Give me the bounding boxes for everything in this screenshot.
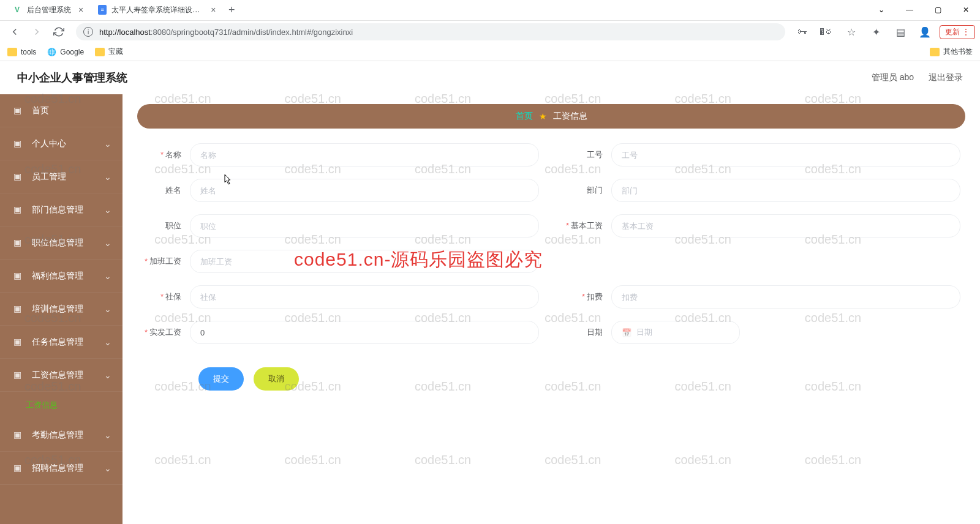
sidebar-item-user[interactable]: ▣个人中心⌄ xyxy=(0,127,123,160)
field-date: 日期📅日期 xyxy=(564,321,960,344)
field-dept: 部门 xyxy=(564,179,960,202)
position-input[interactable] xyxy=(190,214,539,238)
maximize-button[interactable]: ▢ xyxy=(924,0,952,20)
field-shebao: *社保 xyxy=(142,285,539,309)
dept-input[interactable] xyxy=(611,179,960,202)
field-label: *名称 xyxy=(142,149,190,160)
vue-icon: V xyxy=(12,5,22,15)
logout-button[interactable]: 退出登录 xyxy=(929,72,963,83)
sidebar-item-recruit[interactable]: ▣招聘信息管理⌄ xyxy=(0,452,123,485)
breadcrumb-current: 工资信息 xyxy=(553,111,587,122)
app-header: 中小企业人事管理系统 管理员 abo 退出登录 xyxy=(0,61,980,94)
attend-icon: ▣ xyxy=(13,430,24,441)
sidebar-item-label: 福利信息管理 xyxy=(32,271,83,282)
welfare-icon: ▣ xyxy=(13,271,24,282)
sidebar-item-label: 个人中心 xyxy=(32,138,66,149)
chevron-down-icon: ⌄ xyxy=(104,304,111,314)
sidebar-item-team[interactable]: ▣员工管理⌄ xyxy=(0,160,123,193)
user-icon: ▣ xyxy=(13,138,24,149)
bookmark-treasure[interactable]: 宝藏 xyxy=(95,47,123,57)
chevron-down-icon[interactable]: ⌄ xyxy=(867,0,895,20)
star-icon: ★ xyxy=(539,111,547,121)
update-button[interactable]: 更新⋮ xyxy=(940,25,975,39)
chevron-down-icon: ⌄ xyxy=(104,172,111,182)
url-prefix: http:// xyxy=(99,28,119,37)
overtime-input[interactable] xyxy=(190,250,539,273)
forward-button[interactable] xyxy=(27,22,47,42)
field-label: 工号 xyxy=(564,149,611,160)
sidebar-item-dept[interactable]: ▣部门信息管理⌄ xyxy=(0,193,123,226)
dept-icon: ▣ xyxy=(13,204,24,215)
base-input[interactable] xyxy=(611,214,960,238)
bookmark-tools[interactable]: tools xyxy=(7,48,36,56)
field-label: 职位 xyxy=(142,220,190,231)
field-label: *实发工资 xyxy=(142,327,190,338)
tab-title: 太平人寿签章系统详细设计文档 xyxy=(111,5,203,15)
sidebar-item-label: 职位信息管理 xyxy=(32,238,83,249)
share-icon[interactable]: �ధ xyxy=(817,22,837,42)
shebao-input[interactable] xyxy=(190,285,539,309)
salary-form: *名称工号姓名部门职位*基本工资*加班工资*社保*扣费*实发工资日期📅日期提交取… xyxy=(137,143,965,391)
chevron-down-icon: ⌄ xyxy=(104,463,111,473)
sidebar-item-label: 培训信息管理 xyxy=(32,304,83,315)
info-icon[interactable]: i xyxy=(83,27,93,37)
date-input[interactable]: 📅日期 xyxy=(611,321,740,344)
folder-icon xyxy=(95,48,105,56)
other-bookmarks[interactable]: 其他书签 xyxy=(930,47,973,57)
net-input[interactable] xyxy=(190,321,539,344)
salary-icon: ▣ xyxy=(13,370,24,381)
app-main: ▣首页▣个人中心⌄▣员工管理⌄▣部门信息管理⌄▣职位信息管理⌄▣福利信息管理⌄▣… xyxy=(0,94,980,524)
sidebar-item-salary[interactable]: ▣工资信息管理⌄ xyxy=(0,359,123,392)
chevron-down-icon: ⌄ xyxy=(104,205,111,215)
breadcrumb-home[interactable]: 首页 xyxy=(516,111,533,122)
url-host: localhost xyxy=(119,28,151,37)
sidebar-item-task[interactable]: ▣任务信息管理⌄ xyxy=(0,326,123,359)
profile-icon[interactable]: 👤 xyxy=(915,22,935,42)
minimize-button[interactable]: — xyxy=(895,0,924,20)
new-tab-button[interactable]: + xyxy=(223,1,240,18)
browser-toolbar: i http://localhost:8080/springbootq731f/… xyxy=(0,21,980,43)
panel-icon[interactable]: ▤ xyxy=(891,22,910,42)
browser-tab-0[interactable]: V 后台管理系统 × xyxy=(5,0,91,20)
sidebar-item-label: 考勤信息管理 xyxy=(32,430,83,441)
folder-icon xyxy=(7,48,17,56)
browser-tab-1[interactable]: ≡ 太平人寿签章系统详细设计文档 × xyxy=(91,0,223,20)
sidebar-subitem-salary[interactable]: 工资信息 xyxy=(0,392,123,419)
star-icon[interactable]: ☆ xyxy=(842,22,861,42)
sidebar-item-train[interactable]: ▣培训信息管理⌄ xyxy=(0,293,123,326)
recruit-icon: ▣ xyxy=(13,463,24,474)
team-icon: ▣ xyxy=(13,171,24,182)
sidebar-item-label: 首页 xyxy=(32,105,49,116)
empno-input[interactable] xyxy=(611,143,960,167)
close-icon[interactable]: × xyxy=(211,5,216,15)
field-label: *社保 xyxy=(142,291,190,302)
app-title: 中小企业人事管理系统 xyxy=(17,70,127,85)
field-base: *基本工资 xyxy=(564,214,960,238)
sidebar-item-welfare[interactable]: ▣福利信息管理⌄ xyxy=(0,260,123,293)
sidebar-item-label: 工资信息管理 xyxy=(32,370,83,381)
address-bar[interactable]: i http://localhost:8080/springbootq731f/… xyxy=(76,23,785,40)
realname-input[interactable] xyxy=(190,179,539,202)
url-path: /springbootq731f/admin/dist/index.html#/… xyxy=(170,28,353,37)
submit-button[interactable]: 提交 xyxy=(198,367,244,391)
close-window-button[interactable]: ✕ xyxy=(952,0,980,20)
cancel-button[interactable]: 取消 xyxy=(254,367,299,391)
back-button[interactable] xyxy=(5,22,24,42)
doc-icon: ≡ xyxy=(98,5,107,15)
close-icon[interactable]: × xyxy=(78,5,83,15)
sidebar-item-home[interactable]: ▣首页 xyxy=(0,94,123,127)
key-icon[interactable]: 🗝 xyxy=(793,22,812,42)
sidebar-item-attend[interactable]: ▣考勤信息管理⌄ xyxy=(0,419,123,452)
field-name: *名称 xyxy=(142,143,539,167)
bookmarks-bar: tools 🌐Google 宝藏 其他书签 xyxy=(0,43,980,61)
task-icon: ▣ xyxy=(13,337,24,348)
browser-titlebar: V 后台管理系统 × ≡ 太平人寿签章系统详细设计文档 × + ⌄ — ▢ ✕ xyxy=(0,0,980,21)
admin-label[interactable]: 管理员 abo xyxy=(872,72,914,83)
reload-button[interactable] xyxy=(49,22,69,42)
sidebar-item-post[interactable]: ▣职位信息管理⌄ xyxy=(0,226,123,260)
name-input[interactable] xyxy=(190,143,539,167)
bookmark-google[interactable]: 🌐Google xyxy=(47,48,84,56)
extensions-icon[interactable]: ✦ xyxy=(866,22,886,42)
deduct-input[interactable] xyxy=(611,285,960,309)
url-port: :8080 xyxy=(151,28,171,37)
